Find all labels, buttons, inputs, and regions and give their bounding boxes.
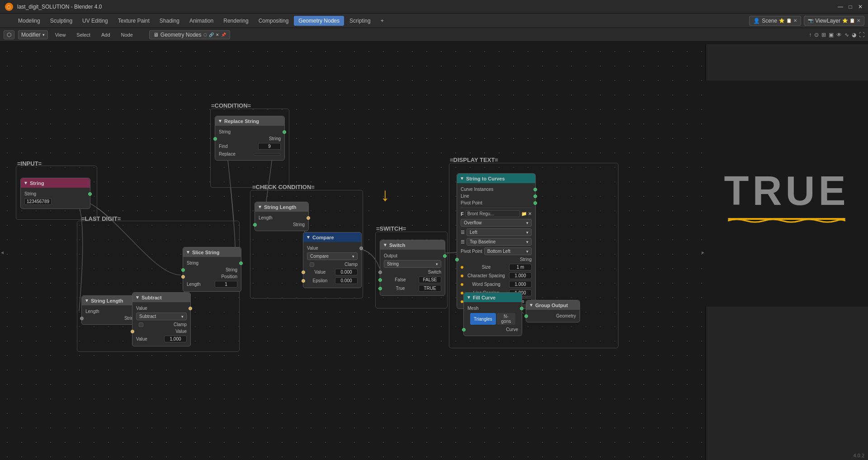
node-menu[interactable]: Node (118, 31, 137, 38)
link-icon[interactable]: 🔗 (209, 33, 214, 37)
minimize-button[interactable]: — (837, 4, 844, 10)
view-menu[interactable]: View (52, 31, 70, 38)
wave-icon[interactable]: ∿ (844, 32, 849, 38)
overflow-dropdown[interactable]: Overflow▾ (461, 219, 532, 227)
baseline-dropdown[interactable]: Top Baseline▾ (467, 238, 532, 246)
view-overlay-icon[interactable]: 👁 (836, 32, 842, 38)
snap-icon[interactable]: ⊞ (821, 32, 826, 38)
compare-node[interactable]: ▾ Compare Value Compare▾ Clamp (303, 232, 362, 288)
switch-type-dropdown[interactable]: String▾ (384, 260, 441, 268)
viewlayer-close-icon[interactable]: ✕ (857, 18, 860, 23)
string-length-check-output (307, 216, 310, 220)
maximize-button[interactable]: □ (847, 4, 854, 10)
subtract-node[interactable]: ▾ Subtract Value Subtract▾ Clamp (132, 292, 191, 346)
replace-string-output (283, 130, 286, 134)
add-menu[interactable]: Add (98, 31, 114, 38)
subtract-op-dropdown[interactable]: Subtract▾ (136, 313, 187, 320)
filter-icon[interactable]: ▣ (829, 32, 834, 38)
font-field[interactable]: Bront Regu... (465, 210, 520, 217)
compare-epsilon-value[interactable]: 0.000 (335, 277, 358, 284)
string-length-check-collapse: ▾ (259, 204, 261, 210)
right-panel: TRUE (705, 44, 868, 460)
compare-val1-value[interactable]: 0.000 (335, 269, 358, 275)
viewlayer-copy-icon[interactable]: 📋 (849, 18, 855, 23)
nav-up-icon[interactable]: ↑ (809, 32, 811, 38)
right-panel-toggle[interactable]: ▸ (702, 249, 704, 256)
workspace-selector[interactable]: 🖥 Geometry Nodes ⬡ 🔗 ✕ 📌 (149, 30, 230, 39)
string-length-check-in-label: String (293, 222, 305, 227)
tab-ngons[interactable]: N-gons (497, 313, 515, 325)
workspace-close-icon[interactable]: ✕ (216, 33, 219, 37)
left-panel-toggle[interactable]: ◂ (1, 249, 4, 256)
subtract-num-value[interactable]: 1.000 (164, 336, 187, 342)
word-spacing-value[interactable]: 1.000 (509, 281, 532, 288)
replace-replace-value[interactable] (254, 153, 281, 155)
pivot-point-label: Pivot Point (461, 249, 482, 254)
string-length-node-1[interactable]: ▾ String Length Length String (81, 295, 140, 325)
modifier-dropdown[interactable]: Modifier ▾ (18, 30, 48, 39)
maximize-icon[interactable]: ⛶ (859, 32, 864, 38)
menu-item-sculpting[interactable]: Sculpting (46, 16, 77, 26)
tab-triangles[interactable]: Triangles (470, 313, 496, 325)
string-to-curves-node[interactable]: ▾ String to Curves Curve Instances Line … (457, 173, 536, 309)
slice-length-value[interactable]: 1 (215, 281, 237, 288)
menu-item-shading[interactable]: Shading (155, 16, 184, 26)
switch-node[interactable]: ▾ Switch Output String▾ Switch (380, 240, 445, 296)
replace-string-node[interactable]: ▾ Replace String String String Find 9 Re… (215, 116, 285, 161)
menu-item-texture-paint[interactable]: Texture Paint (113, 16, 154, 26)
modifier-label: Modifier (21, 32, 41, 38)
group-output-geom-label: Geometry (556, 313, 576, 318)
pin-icon[interactable]: 📌 (221, 33, 226, 37)
replace-replace-label: Replace (219, 152, 236, 156)
char-spacing-label: Character Spacing (467, 273, 505, 278)
viewport-shading-icon[interactable]: ◕ (852, 32, 856, 38)
scene-copy-icon[interactable]: 📋 (786, 18, 792, 23)
subtract-clamp-checkbox[interactable] (139, 322, 143, 327)
string-node-value[interactable]: 123456789 (24, 198, 52, 205)
node-canvas[interactable]: =INPUT= ▾ String String 123456789 =LAST … (0, 44, 705, 460)
compare-dropdown[interactable]: Compare▾ (307, 252, 358, 260)
size-dot (461, 266, 463, 269)
menu-item-compositing[interactable]: Compositing (254, 16, 293, 26)
slice-string-node[interactable]: ▾ Slice String String String Position Le… (183, 247, 241, 292)
replace-string-label: Replace String (224, 119, 259, 124)
menu-item-uv-editing[interactable]: UV Editing (78, 16, 113, 26)
scene-name: Scene (762, 18, 777, 24)
string-node[interactable]: ▾ String String 123456789 (20, 178, 90, 209)
string-node-collapse-icon: ▾ (24, 180, 27, 186)
scene-close-icon[interactable]: ✕ (793, 18, 797, 23)
size-value[interactable]: 1 m (509, 264, 532, 270)
font-folder-icon[interactable]: 📁 (521, 211, 527, 216)
string-length-1-input (80, 317, 84, 320)
menu-item-animation[interactable]: Animation (185, 16, 218, 26)
menu-item-add[interactable]: + (376, 16, 388, 26)
word-spacing-dot (461, 283, 463, 286)
char-spacing-value[interactable]: 1.000 (509, 272, 532, 279)
subtract-output (189, 307, 192, 310)
menu-item-geometry-nodes[interactable]: Geometry Nodes (294, 16, 344, 26)
replace-find-value[interactable]: 9 (258, 143, 281, 150)
compare-val1-in (302, 270, 305, 274)
group-output-node[interactable]: ▾ Group Output Geometry (526, 300, 580, 322)
menu-item-modeling[interactable]: Modeling (14, 16, 45, 26)
pivot-dropdown[interactable]: Bottom Left▾ (484, 247, 532, 255)
fill-curve-node[interactable]: ▾ Fill Curve Mesh Triangles N-gons Curve (463, 292, 522, 336)
main-area: ◂ ▸ =INP (0, 44, 868, 460)
switch-node-label: Switch (389, 242, 405, 248)
nav-circle-icon[interactable]: ⊙ (814, 32, 819, 38)
compare-clamp-checkbox[interactable] (310, 262, 314, 267)
switch-false-in (378, 278, 382, 282)
menu-item-rendering[interactable]: Rendering (219, 16, 253, 26)
switch-true-value[interactable]: TRUE (419, 285, 441, 292)
menu-item-out[interactable] (4, 19, 13, 23)
align-label: Left (470, 230, 477, 235)
editor-type-btn[interactable]: ⬡ (4, 30, 14, 39)
string-length-check-node[interactable]: ▾ String Length Length String (255, 202, 309, 231)
close-button[interactable]: ✕ (857, 4, 863, 10)
font-clear-icon[interactable]: ✕ (528, 211, 532, 216)
switch-false-value[interactable]: FALSE (419, 276, 441, 283)
menu-item-scripting[interactable]: Scripting (345, 16, 375, 26)
stc-string-label: String (520, 257, 532, 262)
select-menu[interactable]: Select (73, 31, 94, 38)
align-dropdown[interactable]: Left▾ (467, 228, 532, 236)
